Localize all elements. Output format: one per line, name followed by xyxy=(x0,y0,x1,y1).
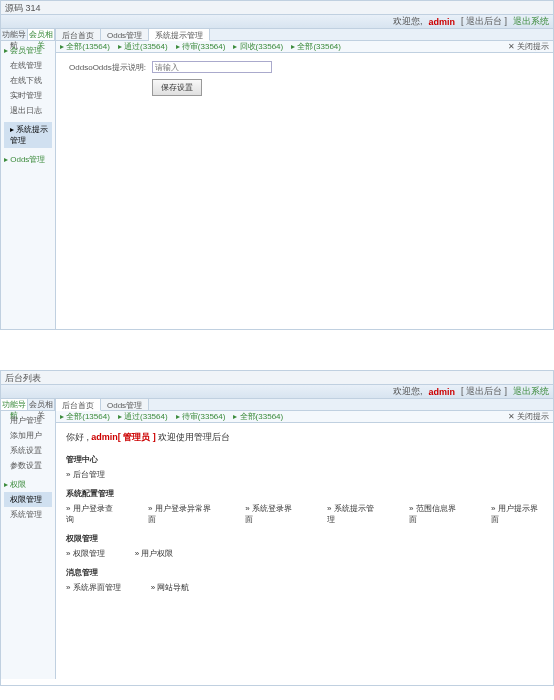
toolbar: ▸ 全部(13564)▸ 通过(33564)▸ 待审(33564)▸ 回收(33… xyxy=(56,41,553,53)
sidebar-item[interactable]: 实时管理 xyxy=(4,88,52,103)
close-hint[interactable]: ✕ 关闭提示 xyxy=(508,411,549,422)
side-group-head[interactable]: ▸ 权限 xyxy=(4,477,52,492)
section-title: 系统配置管理 xyxy=(66,488,543,499)
exit-link[interactable]: 退出系统 xyxy=(513,15,549,28)
toolbar-filter[interactable]: ▸ 通过(33564) xyxy=(118,411,168,422)
side-group-head[interactable]: ▸ 系统提示管理 xyxy=(4,122,52,148)
side-tab[interactable]: 功能导航 xyxy=(1,29,28,40)
logout-link[interactable]: [ 退出后台 ] xyxy=(461,15,507,28)
form-label: OddsoOdds提示说明: xyxy=(66,62,146,73)
side-group-head[interactable]: ▸ Odds管理 xyxy=(4,152,52,167)
sidebar-item[interactable]: 在线下线 xyxy=(4,73,52,88)
admin-name: admin xyxy=(428,387,455,397)
logout-link[interactable]: [ 退出后台 ] xyxy=(461,385,507,398)
dashboard-link[interactable]: » 系统提示管理 xyxy=(327,503,379,525)
sidebar-item[interactable]: 权限管理 xyxy=(4,492,52,507)
title-bar: 源码 314 xyxy=(1,1,553,15)
sidebar-item[interactable]: 退出日志 xyxy=(4,103,52,118)
dashboard-link[interactable]: » 用户提示界面 xyxy=(491,503,543,525)
sidebar-item[interactable]: 系统管理 xyxy=(4,507,52,522)
admin-name: admin xyxy=(428,17,455,27)
dashboard-link[interactable]: » 用户登录查询 xyxy=(66,503,118,525)
welcome-label: 欢迎您, xyxy=(393,385,423,398)
toolbar-filter[interactable]: ▸ 全部(13564) xyxy=(60,411,110,422)
close-hint[interactable]: ✕ 关闭提示 xyxy=(508,41,549,52)
side-tab[interactable]: 会员相关 xyxy=(28,399,55,410)
sidebar-item[interactable]: 在线管理 xyxy=(4,58,52,73)
exit-link[interactable]: 退出系统 xyxy=(513,385,549,398)
welcome-label: 欢迎您, xyxy=(393,15,423,28)
main-tab[interactable]: 系统提示管理 xyxy=(149,29,210,41)
main-area: 后台首页Odds管理 ▸ 全部(13564)▸ 通过(33564)▸ 待审(33… xyxy=(56,399,553,679)
main-tab[interactable]: Odds管理 xyxy=(101,399,149,410)
dashboard-link[interactable]: » 网站导航 xyxy=(151,582,190,593)
sidebar-item[interactable]: 系统设置 xyxy=(4,443,52,458)
header-bar: 欢迎您, admin [ 退出后台 ] 退出系统 xyxy=(1,15,553,29)
toolbar-filter[interactable]: ▸ 通过(33564) xyxy=(118,41,168,52)
welcome-pre: 你好 , xyxy=(66,432,89,442)
toolbar-filter[interactable]: ▸ 全部(13564) xyxy=(60,41,110,52)
toolbar: ▸ 全部(13564)▸ 通过(33564)▸ 待审(33564)▸ 全部(33… xyxy=(56,411,553,423)
main-tabs: 后台首页Odds管理 xyxy=(56,399,553,411)
sidebar: 功能导航会员相关 ▸ 会员管理在线管理在线下线实时管理退出日志▸ 系统提示管理▸… xyxy=(1,29,56,329)
side-tab[interactable]: 会员相关 xyxy=(28,29,55,40)
dashboard-link[interactable]: » 范围信息界面 xyxy=(409,503,461,525)
welcome-post: 欢迎使用管理后台 xyxy=(158,432,230,442)
hint-input[interactable] xyxy=(152,61,272,73)
form-row: OddsoOdds提示说明: xyxy=(66,61,543,73)
panel-dashboard: 后台列表 欢迎您, admin [ 退出后台 ] 退出系统 功能导航会员相关 用… xyxy=(0,370,554,686)
toolbar-filter[interactable]: ▸ 回收(33564) xyxy=(233,41,283,52)
dashboard-link[interactable]: » 系统登录界面 xyxy=(245,503,297,525)
welcome-admin: admin[ 管理员 ] xyxy=(91,432,156,442)
toolbar-filter[interactable]: ▸ 待审(33564) xyxy=(176,411,226,422)
main-tab[interactable]: 后台首页 xyxy=(56,399,101,411)
sidebar-item[interactable]: 参数设置 xyxy=(4,458,52,473)
main-area: 后台首页Odds管理系统提示管理 ▸ 全部(13564)▸ 通过(33564)▸… xyxy=(56,29,553,329)
dashboard-link[interactable]: » 系统界面管理 xyxy=(66,582,121,593)
sidebar-item[interactable]: 添加用户 xyxy=(4,428,52,443)
title-bar: 后台列表 xyxy=(1,371,553,385)
section-title: 消息管理 xyxy=(66,567,543,578)
side-tab[interactable]: 功能导航 xyxy=(1,399,28,410)
dashboard-link[interactable]: » 用户权限 xyxy=(135,548,174,559)
main-tab[interactable]: Odds管理 xyxy=(101,29,149,40)
side-tabs: 功能导航会员相关 xyxy=(1,29,55,41)
main-tabs: 后台首页Odds管理系统提示管理 xyxy=(56,29,553,41)
toolbar-filter[interactable]: ▸ 全部(33564) xyxy=(233,411,283,422)
panel-system-hint: 源码 314 欢迎您, admin [ 退出后台 ] 退出系统 功能导航会员相关… xyxy=(0,0,554,330)
welcome-text: 你好 , admin[ 管理员 ] 欢迎使用管理后台 xyxy=(66,431,543,444)
section-title: 权限管理 xyxy=(66,533,543,544)
dashboard-link[interactable]: » 后台管理 xyxy=(66,469,105,480)
toolbar-filter[interactable]: ▸ 待审(33564) xyxy=(176,41,226,52)
dashboard-link[interactable]: » 权限管理 xyxy=(66,548,105,559)
toolbar-filter[interactable]: ▸ 全部(33564) xyxy=(291,41,341,52)
header-bar: 欢迎您, admin [ 退出后台 ] 退出系统 xyxy=(1,385,553,399)
side-tabs: 功能导航会员相关 xyxy=(1,399,55,411)
section-title: 管理中心 xyxy=(66,454,543,465)
main-tab[interactable]: 后台首页 xyxy=(56,29,101,40)
save-button[interactable]: 保存设置 xyxy=(152,79,202,96)
sidebar: 功能导航会员相关 用户管理添加用户系统设置参数设置▸ 权限权限管理系统管理 xyxy=(1,399,56,679)
dashboard-link[interactable]: » 用户登录异常界面 xyxy=(148,503,215,525)
